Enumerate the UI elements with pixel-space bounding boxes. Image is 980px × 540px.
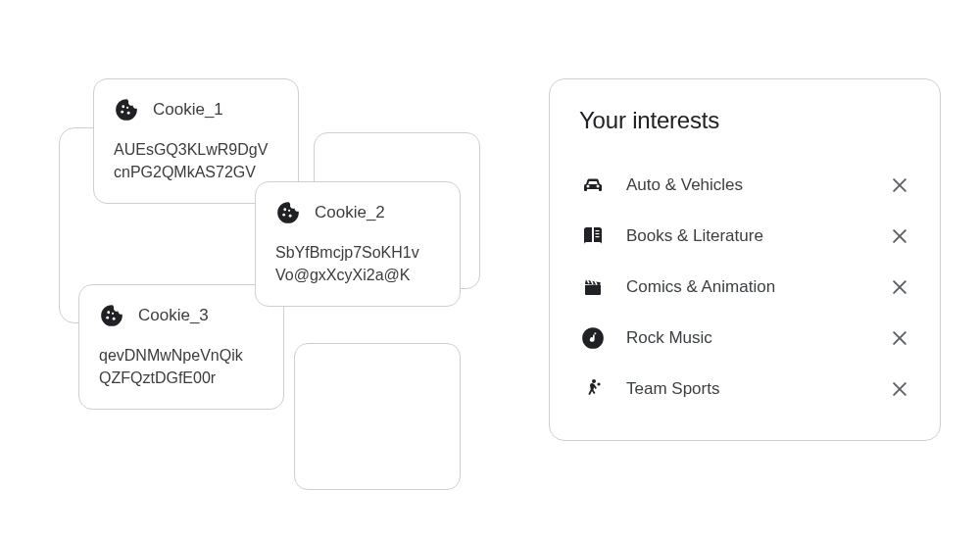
interests-panel: Your interests Auto & Vehicles Books & L… bbox=[549, 78, 941, 441]
remove-interest-button[interactable] bbox=[889, 378, 910, 400]
svg-point-10 bbox=[289, 215, 292, 218]
remove-interest-button[interactable] bbox=[889, 174, 910, 196]
svg-rect-16 bbox=[596, 236, 600, 237]
svg-point-2 bbox=[113, 318, 116, 320]
music-note-icon bbox=[579, 324, 607, 352]
svg-point-1 bbox=[106, 317, 109, 319]
car-icon bbox=[579, 172, 607, 199]
remove-interest-button[interactable] bbox=[889, 276, 910, 298]
interest-label: Books & Literature bbox=[626, 226, 869, 246]
interest-label: Auto & Vehicles bbox=[626, 175, 869, 195]
interest-row-books: Books & Literature bbox=[579, 211, 910, 262]
svg-point-5 bbox=[121, 111, 123, 114]
interest-row-music: Rock Music bbox=[579, 313, 910, 364]
svg-point-3 bbox=[112, 313, 114, 315]
interest-row-auto: Auto & Vehicles bbox=[579, 160, 910, 211]
svg-point-9 bbox=[282, 214, 285, 217]
clapboard-icon bbox=[579, 273, 607, 301]
cookie-card-ghost bbox=[294, 343, 461, 490]
svg-point-11 bbox=[288, 210, 290, 212]
interests-title: Your interests bbox=[579, 107, 910, 134]
svg-point-8 bbox=[283, 208, 286, 211]
book-icon bbox=[579, 222, 607, 250]
cookie-name: Cookie_2 bbox=[315, 203, 385, 222]
interest-row-comics: Comics & Animation bbox=[579, 262, 910, 313]
cookie-icon bbox=[99, 303, 124, 328]
svg-point-0 bbox=[107, 311, 110, 314]
svg-rect-14 bbox=[596, 230, 600, 231]
remove-interest-button[interactable] bbox=[889, 327, 910, 349]
svg-point-25 bbox=[597, 382, 600, 385]
cookie-value: AUEsGQ3KLwR9DgV cnPG2QMkAS72GV bbox=[114, 138, 278, 183]
interest-label: Comics & Animation bbox=[626, 277, 869, 297]
svg-point-7 bbox=[126, 107, 128, 109]
svg-rect-15 bbox=[596, 233, 600, 234]
cookie-icon bbox=[275, 200, 301, 225]
handball-icon bbox=[579, 375, 607, 403]
cookie-card-2: Cookie_2 SbYfBmcjp7SoKH1v Vo@gxXcyXi2a@K bbox=[255, 181, 461, 307]
cookie-value: SbYfBmcjp7SoKH1v Vo@gxXcyXi2a@K bbox=[275, 241, 440, 286]
cookie-icon bbox=[114, 97, 139, 123]
svg-point-24 bbox=[592, 379, 596, 383]
cookie-card-3: Cookie_3 qevDNMwNpeVnQik QZFQztDGfE00r bbox=[78, 284, 284, 410]
interest-row-sports: Team Sports bbox=[579, 364, 910, 415]
svg-point-6 bbox=[127, 112, 130, 115]
svg-point-4 bbox=[122, 105, 124, 108]
remove-interest-button[interactable] bbox=[889, 225, 910, 247]
cookie-name: Cookie_1 bbox=[153, 100, 223, 120]
interest-label: Rock Music bbox=[626, 328, 869, 348]
cookie-value: qevDNMwNpeVnQik QZFQztDGfE00r bbox=[99, 344, 264, 389]
cookie-name: Cookie_3 bbox=[138, 306, 209, 325]
interest-label: Team Sports bbox=[626, 379, 869, 399]
